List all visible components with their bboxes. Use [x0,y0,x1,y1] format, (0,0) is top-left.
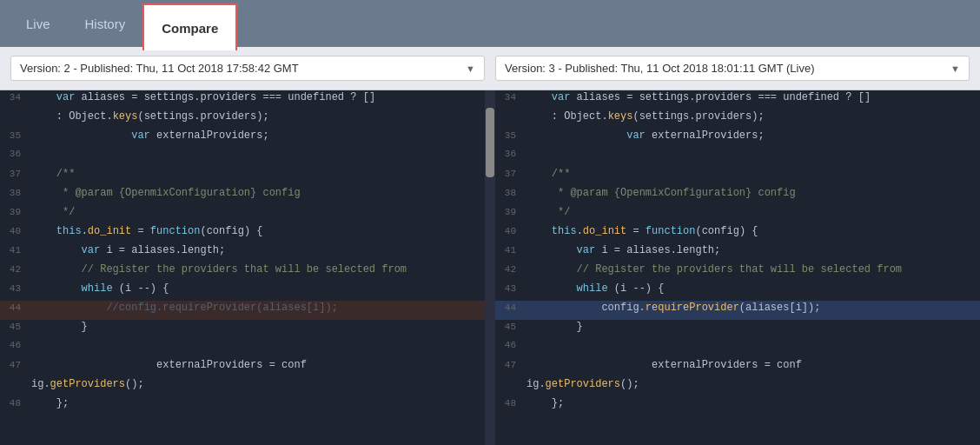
table-row: 39 */ [495,205,980,224]
table-row: 43 while (i --) { [495,282,980,301]
table-row: : Object.keys(settings.providers); [0,110,485,129]
table-row: 48 }; [495,396,980,415]
table-row: 36 [0,148,485,167]
table-row: 36 [495,148,980,167]
table-row: 47 externalProviders = conf [0,358,485,377]
scrollbar[interactable] [485,90,495,445]
diff-container: 34 var aliases = settings.providers === … [0,90,980,445]
navbar: Live History Compare [0,0,980,47]
tab-live[interactable]: Live [9,0,68,47]
table-row: 39 */ [0,205,485,224]
table-row: 42 // Register the providers that will b… [0,262,485,282]
left-version-select[interactable]: Version: 2 - Published: Thu, 11 Oct 2018… [10,56,485,81]
table-row: 43 while (i --) { [0,282,485,301]
table-row: 48 }; [0,396,485,415]
table-row: 45 } [495,320,980,339]
right-version-select[interactable]: Version: 3 - Published: Thu, 11 Oct 2018… [495,56,970,81]
scrollbar-thumb[interactable] [486,108,494,177]
table-row: 41 var i = aliases.length; [0,243,485,262]
right-diff-pane[interactable]: 34 var aliases = settings.providers === … [495,90,980,445]
table-row: 40 this.do_init = function(config) { [0,224,485,243]
right-version-label: Version: 3 - Published: Thu, 11 Oct 2018… [505,62,815,75]
table-row: 42 // Register the providers that will b… [495,262,980,282]
table-row: 38 * @param {OpenmixConfiguration} confi… [495,186,980,205]
table-row: 46 [0,339,485,358]
table-row: 45 } [0,320,485,339]
table-row: 40 this.do_init = function(config) { [495,224,980,243]
table-row: 46 [495,339,980,358]
table-row: : Object.keys(settings.providers); [495,110,980,129]
table-row: 44 //config.requireProvider(aliases[i]); [0,301,485,320]
left-diff-pane[interactable]: 34 var aliases = settings.providers === … [0,90,485,445]
table-row: 47 externalProviders = conf [495,358,980,377]
table-row: ig.getProviders(); [495,377,980,396]
tab-compare[interactable]: Compare [142,3,237,50]
table-row: 37 /** [0,167,485,186]
table-row: ig.getProviders(); [0,377,485,396]
table-row: 38 * @param {OpenmixConfiguration} confi… [0,186,485,205]
tab-history[interactable]: History [68,0,143,47]
chevron-down-icon: ▼ [950,63,960,74]
table-row: 35 var externalProviders; [0,129,485,148]
chevron-down-icon: ▼ [466,63,475,74]
table-row: 41 var i = aliases.length; [495,243,980,262]
table-row: 34 var aliases = settings.providers === … [495,90,980,110]
left-version-label: Version: 2 - Published: Thu, 11 Oct 2018… [20,62,299,75]
table-row: 37 /** [495,167,980,186]
table-row: 35 var externalProviders; [495,129,980,148]
table-row: 44 config.requireProvider(aliases[i]); [495,301,980,320]
table-row: 34 var aliases = settings.providers === … [0,90,485,110]
version-bar: Version: 2 - Published: Thu, 11 Oct 2018… [0,47,980,90]
